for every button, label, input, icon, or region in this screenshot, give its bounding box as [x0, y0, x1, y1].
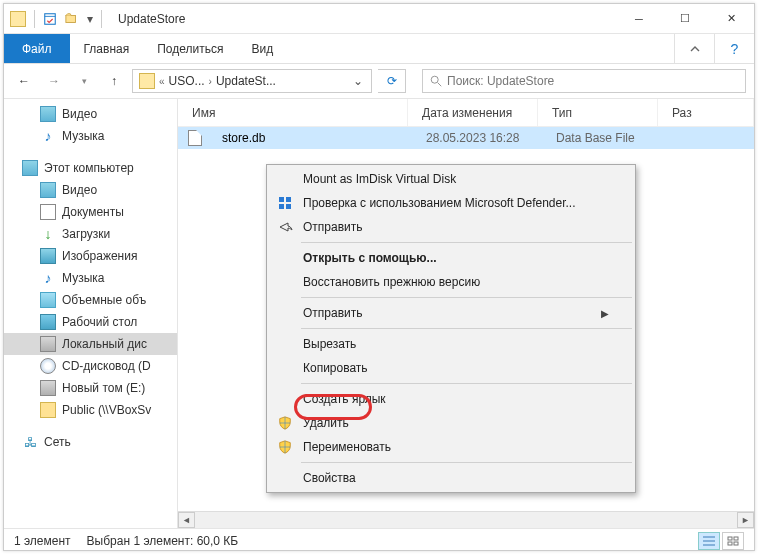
status-count: 1 элемент: [14, 534, 71, 548]
menu-share[interactable]: Отправить: [269, 215, 633, 239]
help-button[interactable]: ?: [714, 34, 754, 63]
scroll-right-icon[interactable]: ►: [737, 512, 754, 528]
search-placeholder: Поиск: UpdateStore: [447, 74, 554, 88]
qat-new-folder[interactable]: [61, 8, 83, 30]
tree-cd[interactable]: CD-дисковод (D: [4, 355, 177, 377]
file-date: 28.05.2023 16:28: [412, 131, 542, 145]
menu-delete[interactable]: Удалить: [269, 411, 633, 435]
svg-rect-3: [728, 537, 732, 540]
column-date[interactable]: Дата изменения: [408, 99, 538, 126]
breadcrumb-seg[interactable]: UpdateSt...: [212, 74, 280, 88]
svg-rect-7: [279, 197, 284, 202]
menu-mount[interactable]: Mount as ImDisk Virtual Disk: [269, 167, 633, 191]
tree-video2[interactable]: Видео: [4, 179, 177, 201]
column-type[interactable]: Тип: [538, 99, 658, 126]
tree-3dobjects[interactable]: Объемные объ: [4, 289, 177, 311]
explorer-window: ▾ UpdateStore ─ ☐ ✕ Файл Главная Поделит…: [3, 3, 755, 551]
qat-properties[interactable]: [39, 8, 61, 30]
search-input[interactable]: Поиск: UpdateStore: [422, 69, 746, 93]
tree-thispc[interactable]: Этот компьютер: [4, 157, 177, 179]
tree-localdisk[interactable]: Локальный дис: [4, 333, 177, 355]
svg-rect-5: [728, 542, 732, 545]
qat-dropdown-icon[interactable]: ▾: [83, 8, 97, 30]
close-button[interactable]: ✕: [708, 4, 754, 34]
menu-copy[interactable]: Копировать: [269, 356, 633, 380]
titlebar: ▾ UpdateStore ─ ☐ ✕: [4, 4, 754, 34]
view-icons-icon[interactable]: [722, 532, 744, 550]
folder-icon: [10, 11, 26, 27]
shield-icon: [277, 415, 293, 431]
minimize-button[interactable]: ─: [616, 4, 662, 34]
tab-home[interactable]: Главная: [70, 34, 144, 63]
ribbon: Файл Главная Поделиться Вид ?: [4, 34, 754, 64]
tab-file[interactable]: Файл: [4, 34, 70, 63]
svg-rect-6: [734, 542, 738, 545]
defender-icon: [277, 195, 293, 211]
scroll-left-icon[interactable]: ◄: [178, 512, 195, 528]
menu-properties[interactable]: Свойства: [269, 466, 633, 490]
nav-tree: Видео ♪Музыка Этот компьютер Видео Докум…: [4, 99, 178, 528]
column-size[interactable]: Раз: [658, 99, 754, 126]
maximize-button[interactable]: ☐: [662, 4, 708, 34]
tree-newvol[interactable]: Новый том (E:): [4, 377, 177, 399]
menu-restore[interactable]: Восстановить прежнюю версию: [269, 270, 633, 294]
nav-back-button[interactable]: ←: [12, 69, 36, 93]
tree-public[interactable]: Public (\\VBoxSv: [4, 399, 177, 421]
breadcrumb[interactable]: « USO... › UpdateSt... ⌄: [132, 69, 372, 93]
search-icon: [429, 74, 443, 88]
tree-music[interactable]: ♪Музыка: [4, 125, 177, 147]
nav-up-button[interactable]: ↑: [102, 69, 126, 93]
tab-view[interactable]: Вид: [237, 34, 287, 63]
ribbon-expand-icon[interactable]: [674, 34, 714, 63]
nav-recent-icon[interactable]: ▾: [72, 69, 96, 93]
svg-rect-10: [286, 204, 291, 209]
tree-images[interactable]: Изображения: [4, 245, 177, 267]
tree-network[interactable]: 🖧Сеть: [4, 431, 177, 453]
context-menu: Mount as ImDisk Virtual Disk Проверка с …: [266, 164, 636, 493]
menu-shortcut[interactable]: Создать ярлык: [269, 387, 633, 411]
svg-point-2: [431, 76, 438, 83]
shield-icon: [277, 439, 293, 455]
file-type: Data Base File: [542, 131, 692, 145]
view-details-icon[interactable]: [698, 532, 720, 550]
address-bar: ← → ▾ ↑ « USO... › UpdateSt... ⌄ ⟳ Поиск…: [4, 64, 754, 98]
menu-cut[interactable]: Вырезать: [269, 332, 633, 356]
svg-rect-8: [286, 197, 291, 202]
status-selected: Выбран 1 элемент: 60,0 КБ: [87, 534, 239, 548]
file-row[interactable]: store.db 28.05.2023 16:28 Data Base File: [178, 127, 754, 149]
refresh-button[interactable]: ⟳: [378, 69, 406, 93]
svg-rect-1: [66, 15, 76, 22]
tab-share[interactable]: Поделиться: [143, 34, 237, 63]
file-name: store.db: [208, 131, 412, 145]
tree-documents[interactable]: Документы: [4, 201, 177, 223]
breadcrumb-seg[interactable]: USO...: [165, 74, 209, 88]
menu-openwith[interactable]: Открыть с помощью...: [269, 246, 633, 270]
submenu-arrow-icon: ▶: [601, 308, 609, 319]
file-icon: [188, 130, 202, 146]
menu-defender[interactable]: Проверка с использованием Microsoft Defe…: [269, 191, 633, 215]
svg-rect-0: [45, 13, 56, 24]
nav-forward-button: →: [42, 69, 66, 93]
scrollbar-horizontal[interactable]: ◄ ►: [178, 511, 754, 528]
share-icon: [277, 219, 293, 235]
svg-rect-4: [734, 537, 738, 540]
breadcrumb-dropdown-icon[interactable]: ⌄: [347, 74, 369, 88]
tree-desktop[interactable]: Рабочий стол: [4, 311, 177, 333]
svg-rect-9: [279, 204, 284, 209]
window-title: UpdateStore: [118, 12, 185, 26]
column-name[interactable]: Имя: [178, 99, 408, 126]
status-bar: 1 элемент Выбран 1 элемент: 60,0 КБ: [4, 528, 754, 552]
folder-icon: [139, 73, 155, 89]
menu-rename[interactable]: Переименовать: [269, 435, 633, 459]
menu-sendto[interactable]: Отправить▶: [269, 301, 633, 325]
tree-music2[interactable]: ♪Музыка: [4, 267, 177, 289]
tree-video[interactable]: Видео: [4, 103, 177, 125]
tree-downloads[interactable]: ↓Загрузки: [4, 223, 177, 245]
